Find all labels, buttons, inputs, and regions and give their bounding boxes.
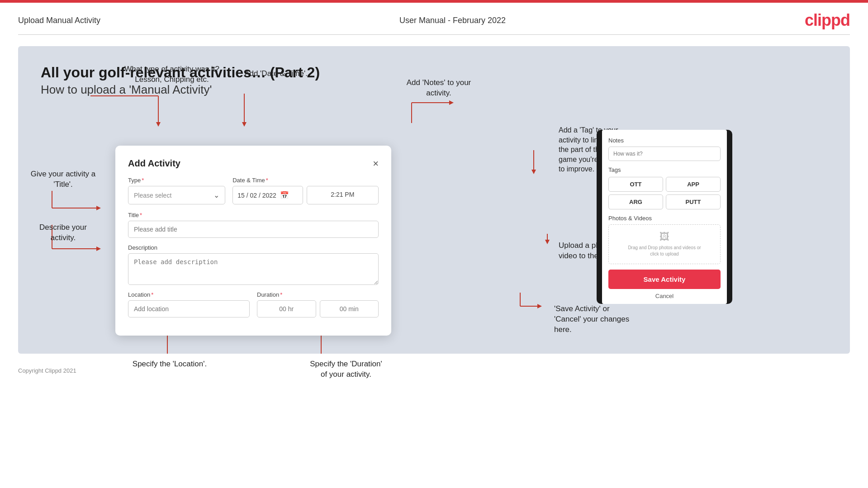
date-input[interactable]: 15 / 02 / 2022 📅 [232, 186, 303, 204]
cancel-link[interactable]: Cancel [608, 293, 721, 299]
location-label: Location* [128, 291, 250, 298]
svg-marker-4 [242, 122, 247, 127]
datetime-label: Date & Time* [232, 177, 379, 184]
photos-section-label: Photos & Videos [608, 215, 721, 222]
photos-drop-area[interactable]: 🖼 Drag and Drop photos and videos or cli… [608, 224, 721, 264]
title-input[interactable] [128, 221, 379, 238]
type-select[interactable]: Please select ⌄ [128, 186, 225, 204]
annotation-notes: Add 'Notes' to your activity. [387, 78, 491, 99]
title-field-label: Title* [128, 212, 379, 218]
location-group: Location* [128, 291, 250, 317]
add-activity-modal: Add Activity × Type* Please select ⌄ Dat… [115, 146, 391, 336]
phone-panel: Notes Tags OTT APP ARG PUTT Photos & Vid… [597, 130, 732, 304]
duration-inputs [257, 300, 379, 317]
annotation-title: Give your activity a 'Title'. [28, 169, 98, 190]
annotation-save-cancel: 'Save Activity' or 'Cancel' your changes… [554, 304, 669, 335]
duration-min-input[interactable] [320, 300, 379, 317]
duration-hr-input[interactable] [257, 300, 316, 317]
annotation-activity-type: What type of activity was it? Lesson, Ch… [104, 64, 240, 85]
description-group: Description [128, 244, 379, 285]
save-activity-button[interactable]: Save Activity [608, 270, 721, 289]
svg-marker-18 [449, 100, 454, 105]
type-group: Type* Please select ⌄ [128, 177, 225, 204]
duration-group: Duration* [257, 291, 379, 317]
tags-section-label: Tags [608, 166, 721, 173]
svg-marker-20 [531, 170, 536, 174]
clippd-logo: clippd [805, 11, 850, 30]
location-input[interactable] [128, 300, 250, 317]
svg-marker-1 [156, 122, 161, 127]
modal-close-button[interactable]: × [373, 159, 379, 169]
description-label: Description [128, 244, 379, 251]
header-divider [18, 34, 850, 35]
modal-header: Add Activity × [128, 158, 379, 169]
type-label: Type* [128, 177, 225, 184]
notes-input[interactable] [608, 147, 721, 161]
header-left-title: Upload Manual Activity [18, 16, 100, 25]
header: Upload Manual Activity User Manual - Feb… [0, 3, 868, 34]
svg-marker-11 [96, 246, 101, 251]
notes-section-label: Notes [608, 137, 721, 144]
annotation-duration: Specify the 'Duration' of your activity. [285, 359, 407, 380]
phone-inner: Notes Tags OTT APP ARG PUTT Photos & Vid… [602, 130, 727, 304]
annotation-describe: Describe your activity. [28, 223, 98, 243]
location-duration-row: Location* Duration* [128, 291, 379, 317]
chevron-down-icon: ⌄ [213, 191, 219, 199]
svg-marker-22 [545, 240, 550, 244]
drop-text: Drag and Drop photos and videos or click… [613, 245, 716, 257]
tag-arg[interactable]: ARG [608, 194, 663, 209]
time-input[interactable]: 2:21 PM [307, 186, 379, 204]
upload-icon: 🖼 [613, 231, 716, 243]
date-time-inputs: 15 / 02 / 2022 📅 2:21 PM [232, 186, 379, 204]
svg-marker-7 [96, 206, 101, 210]
main-content: All your golf-relevant activities… (Part… [18, 46, 850, 354]
tags-grid: OTT APP ARG PUTT [608, 177, 721, 209]
description-input[interactable] [128, 253, 379, 285]
modal-title: Add Activity [128, 158, 180, 169]
datetime-group: Date & Time* 15 / 02 / 2022 📅 2:21 PM [232, 177, 379, 204]
annotation-location: Specify the 'Location'. [122, 359, 217, 370]
tag-ott[interactable]: OTT [608, 177, 663, 192]
type-datetime-row: Type* Please select ⌄ Date & Time* 15 / … [128, 177, 379, 204]
tag-putt[interactable]: PUTT [666, 194, 721, 209]
tag-app[interactable]: APP [666, 177, 721, 192]
title-group: Title* [128, 212, 379, 238]
duration-label: Duration* [257, 291, 379, 298]
annotation-date-time: Add 'Date & Time'. [226, 69, 326, 79]
calendar-icon: 📅 [280, 191, 289, 199]
svg-marker-25 [537, 304, 542, 308]
header-center-title: User Manual - February 2022 [399, 16, 506, 25]
